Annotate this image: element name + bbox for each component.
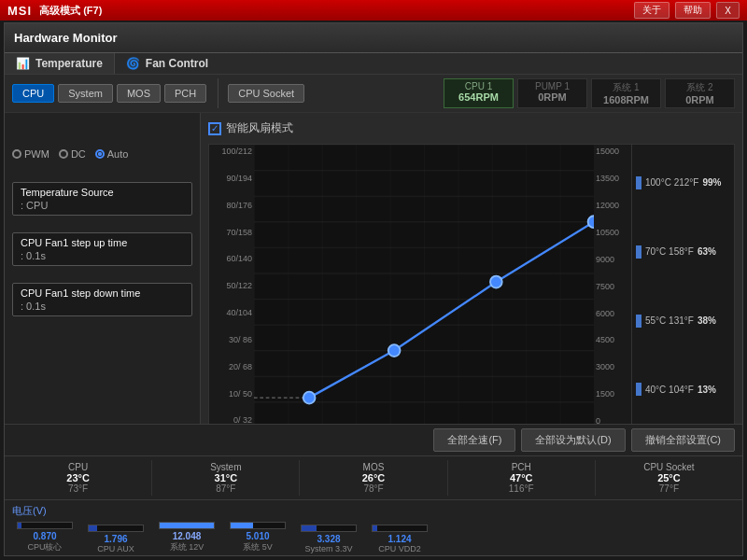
voltage-fill-sys33v xyxy=(302,525,317,531)
voltage-val-cpu-core: 0.870 xyxy=(33,531,56,541)
temp-pch-button[interactable]: PCH xyxy=(164,84,206,103)
voltage-section: 电压(V) 0.870 CPU核心 1.796 CPU AUX 1 xyxy=(5,499,742,555)
stepup-box: CPU Fan1 step up time : 0.1s xyxy=(12,232,192,266)
cpu1-fan-card[interactable]: CPU 1 654RPM xyxy=(444,78,514,108)
temperature-tab[interactable]: 📊 Temperature xyxy=(5,53,115,74)
status-cpusocket: CPU Socket 25°C 77°F xyxy=(596,460,742,496)
temp-source-title: Temperature Source xyxy=(21,187,184,198)
voltage-val-sys33v: 3.328 xyxy=(317,534,340,544)
auto-radio[interactable] xyxy=(95,149,105,159)
y-axis-left: 100/212 90/194 80/176 70/158 60/140 50/1… xyxy=(209,145,254,424)
legend-row-1: 100°C 212°F99% xyxy=(636,175,730,191)
stepup-title: CPU Fan1 step up time xyxy=(21,237,184,248)
full-speed-button[interactable]: 全部全速(F) xyxy=(433,428,515,452)
y-label-2: 80/176 xyxy=(211,201,252,211)
chart-svg-area[interactable] xyxy=(254,145,594,424)
pwm-radio[interactable] xyxy=(12,149,21,159)
y-label-9: 10/ 50 xyxy=(211,389,252,399)
y-right-5: 7500 xyxy=(596,282,629,291)
set-default-button[interactable]: 全部设为默认(D) xyxy=(521,428,625,452)
temp-system-button[interactable]: System xyxy=(58,84,113,103)
temp-cpu-button[interactable]: CPU xyxy=(12,84,54,103)
voltage-item-cpu-core: 0.870 CPU核心 xyxy=(12,522,78,553)
chart-header: ✓ 智能风扇模式 xyxy=(208,120,735,136)
chart-point-4 xyxy=(588,216,594,228)
voltage-bar-cpu-aux xyxy=(88,525,144,532)
fan-speeds-row: CPU System MOS PCH CPU Socket CPU 1 654R… xyxy=(5,75,742,113)
legend-bar-1 xyxy=(636,176,641,189)
voltage-bar-sys5v xyxy=(230,522,286,529)
voltage-bars: 0.870 CPU核心 1.796 CPU AUX 12.048 系统 12V xyxy=(12,522,735,553)
voltage-item-cpu-aux: 1.796 CPU AUX xyxy=(83,525,148,553)
dc-radio-label[interactable]: DC xyxy=(59,148,86,160)
chart-point-1 xyxy=(303,392,316,404)
smart-mode-checkbox[interactable]: ✓ xyxy=(208,122,221,135)
y-label-4: 60/140 xyxy=(211,254,252,264)
temp-buttons-group: CPU System MOS PCH xyxy=(12,78,218,108)
about-button[interactable]: 关于 xyxy=(634,2,669,19)
legend-text-4: 40°C 104°F13% xyxy=(645,385,716,395)
sys1-fan-card[interactable]: 系统 1 1608RPM xyxy=(591,78,661,108)
y-label-5: 50/122 xyxy=(211,281,252,291)
stepdown-section: CPU Fan1 step down time : 0.1s xyxy=(12,279,192,316)
cancel-all-button[interactable]: 撤销全部设置(C) xyxy=(631,428,735,452)
voltage-bar-sys33v xyxy=(301,525,357,532)
legend-row-2: 70°C 158°F63% xyxy=(636,244,730,260)
chart-area: ✓ 智能风扇模式 100/212 90/194 80/176 70/158 60… xyxy=(201,113,742,424)
auto-radio-label[interactable]: Auto xyxy=(95,148,129,160)
help-button[interactable]: 帮助 xyxy=(675,2,711,19)
temp-mos-button[interactable]: MOS xyxy=(117,84,161,103)
voltage-bar-cpu-core xyxy=(17,522,73,529)
stepup-section: CPU Fan1 step up time : 0.1s xyxy=(12,229,192,266)
window-titlebar: Hardware Monitor xyxy=(5,23,742,53)
sys2-fan-card[interactable]: 系统 2 0RPM xyxy=(665,78,735,108)
legend-bar-4 xyxy=(636,383,641,396)
top-bar: MSI 高级模式 (F7) 关于 帮助 X xyxy=(0,0,747,21)
sys2-value: 0RPM xyxy=(673,94,726,105)
voltage-fill-sys5v xyxy=(231,523,253,528)
voltage-name-sys12v: 系统 12V xyxy=(170,541,204,553)
dc-radio[interactable] xyxy=(59,149,68,159)
voltage-name-sys33v: System 3.3V xyxy=(304,544,352,553)
fancontrol-title: Fan Control xyxy=(146,57,208,70)
sys2-label: 系统 2 xyxy=(673,81,726,94)
y-label-6: 40/104 xyxy=(211,308,252,318)
top-bar-mode: 高级模式 (F7) xyxy=(39,4,102,18)
legend-bar-3 xyxy=(636,315,641,328)
pwm-radio-label[interactable]: PWM xyxy=(12,148,49,160)
status-mos: MOS 26°C 78°F xyxy=(300,460,447,496)
voltage-item-sys12v: 12.048 系统 12V xyxy=(154,522,219,553)
smart-mode-checkbox-row[interactable]: ✓ 智能风扇模式 xyxy=(208,120,293,136)
top-bar-controls: 关于 帮助 X xyxy=(634,2,740,19)
stepdown-value: : 0.1s xyxy=(21,301,184,312)
y-right-2: 12000 xyxy=(596,201,629,210)
fancontrol-tab[interactable]: 🌀 Fan Control xyxy=(115,53,742,74)
y-label-8: 20/ 68 xyxy=(211,362,252,372)
y-right-0: 15000 xyxy=(596,147,629,156)
voltage-item-sys33v: 3.328 System 3.3V xyxy=(296,525,361,553)
pump1-value: 0RPM xyxy=(526,91,579,103)
voltage-val-cpu-aux: 1.796 xyxy=(104,534,127,544)
voltage-val-sys12v: 12.048 xyxy=(173,531,202,541)
legend-row-4: 40°C 104°F13% xyxy=(636,381,730,398)
main-window: Hardware Monitor 📊 Temperature 🌀 Fan Con… xyxy=(4,22,743,556)
status-cpu: CPU 23°C 73°F xyxy=(5,460,152,496)
temp-extra-buttons: CPU Socket xyxy=(228,78,304,108)
cpu1-label: CPU 1 xyxy=(452,81,505,91)
y-label-10: 0/ 32 xyxy=(211,415,252,424)
status-pch: PCH 47°C 116°F xyxy=(448,460,596,496)
y-right-9: 1500 xyxy=(596,389,629,399)
y-right-10: 0 xyxy=(596,416,629,424)
fan-curve-chart[interactable] xyxy=(254,145,594,424)
voltage-fill-cpu-aux xyxy=(89,525,97,531)
status-system: System 31°C 87°F xyxy=(152,460,300,496)
temp-cpusocket-button[interactable]: CPU Socket xyxy=(228,84,304,103)
y-label-1: 90/194 xyxy=(211,174,252,184)
voltage-fill-sys12v xyxy=(160,523,214,528)
legend-row-3: 55°C 131°F38% xyxy=(636,313,730,329)
y-label-3: 70/158 xyxy=(211,228,252,238)
pump1-fan-card[interactable]: PUMP 1 0RPM xyxy=(517,78,587,108)
y-right-8: 3000 xyxy=(596,362,629,371)
close-button[interactable]: X xyxy=(716,2,740,19)
y-right-7: 4500 xyxy=(596,335,629,344)
